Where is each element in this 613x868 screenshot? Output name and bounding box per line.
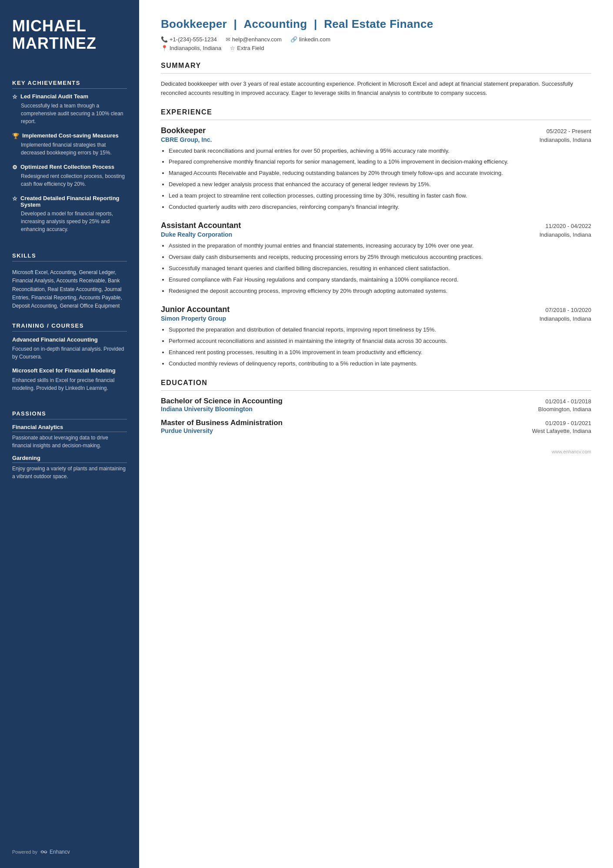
exp-bullet: Led a team project to streamline rent co… bbox=[169, 191, 591, 201]
experience-item-1: Bookkeeper 05/2022 - Present CBRE Group,… bbox=[161, 126, 591, 212]
exp-dates: 11/2020 - 04/2022 bbox=[545, 223, 591, 229]
achievement-desc: Redesigned rent collection process, boos… bbox=[12, 172, 127, 188]
exp-subheader: Duke Realty Corporation Indianapolis, In… bbox=[161, 231, 591, 238]
achievement-title: ☆ Led Financial Audit Team bbox=[12, 93, 127, 100]
education-item-2: Master of Business Administration 01/201… bbox=[161, 419, 591, 434]
achievements-section-title: KEY ACHIEVEMENTS bbox=[12, 80, 127, 89]
achievement-title: ⚙ Optimized Rent Collection Process bbox=[12, 164, 127, 171]
achievement-desc: Successfully led a team through a compre… bbox=[12, 102, 127, 125]
passion-title: Financial Analytics bbox=[12, 424, 127, 432]
powered-by-label: Powered by bbox=[12, 849, 37, 855]
exp-company: Duke Realty Corporation bbox=[161, 231, 232, 238]
email-contact: ✉ help@enhancv.com bbox=[226, 36, 282, 43]
achievement-item: ⚙ Optimized Rent Collection Process Rede… bbox=[12, 164, 127, 188]
exp-bullet: Executed bank reconciliations and journa… bbox=[169, 147, 591, 156]
achievement-item: ☆ Led Financial Audit Team Successfully … bbox=[12, 93, 127, 125]
email-text: help@enhancv.com bbox=[232, 36, 282, 43]
summary-title: SUMMARY bbox=[161, 62, 591, 70]
separator: | bbox=[233, 17, 240, 30]
enhancv-logo: Enhancv bbox=[40, 849, 70, 855]
exp-header: Bookkeeper 05/2022 - Present bbox=[161, 126, 591, 135]
passion-item: Financial Analytics Passionate about lev… bbox=[12, 424, 127, 449]
location-text: Indianapolis, Indiana bbox=[170, 45, 221, 51]
edu-header: Master of Business Administration 01/201… bbox=[161, 419, 591, 427]
experience-divider bbox=[161, 120, 591, 120]
exp-bullet: Supported the preparation and distributi… bbox=[169, 325, 591, 335]
job-title-1: Bookkeeper bbox=[161, 17, 227, 30]
exp-header: Junior Accountant 07/2018 - 10/2020 bbox=[161, 305, 591, 314]
edu-dates: 01/2014 - 01/2018 bbox=[545, 398, 591, 405]
training-title: Microsoft Excel for Financial Modeling bbox=[12, 367, 127, 375]
edu-header: Bachelor of Science in Accounting 01/201… bbox=[161, 397, 591, 406]
main-content: Bookkeeper | Accounting | Real Estate Fi… bbox=[139, 0, 613, 868]
training-item: Microsoft Excel for Financial Modeling E… bbox=[12, 367, 127, 392]
edu-subheader: Purdue University West Lafayette, Indian… bbox=[161, 427, 591, 434]
exp-bullet: Oversaw daily cash disbursements and rec… bbox=[169, 253, 591, 262]
exp-location: Indianapolis, Indiana bbox=[540, 137, 591, 143]
passion-title: Gardening bbox=[12, 455, 127, 463]
exp-header: Assistant Accountant 11/2020 - 04/2022 bbox=[161, 221, 591, 230]
location-contact: 📍 Indianapolis, Indiana bbox=[161, 45, 221, 51]
exp-bullet: Performed account reconciliations and as… bbox=[169, 337, 591, 346]
sidebar-footer: Powered by Enhancv bbox=[12, 836, 127, 855]
star-icon: ☆ bbox=[12, 94, 17, 100]
trophy-icon: 🏆 bbox=[12, 133, 19, 139]
edu-location: Bloomington, Indiana bbox=[538, 406, 591, 412]
exp-title: Junior Accountant bbox=[161, 305, 230, 314]
edu-degree: Master of Business Administration bbox=[161, 419, 283, 427]
edu-degree: Bachelor of Science in Accounting bbox=[161, 397, 283, 406]
job-title-2: Accounting bbox=[243, 17, 307, 30]
experience-title: EXPERIENCE bbox=[161, 108, 591, 116]
exp-bullets: Assisted in the preparation of monthly j… bbox=[161, 241, 591, 295]
passion-item: Gardening Enjoy growing a variety of pla… bbox=[12, 455, 127, 480]
exp-bullet: Prepared comprehensive monthly financial… bbox=[169, 158, 591, 167]
exp-location: Indianapolis, Indiana bbox=[540, 315, 591, 322]
exp-bullet: Assisted in the preparation of monthly j… bbox=[169, 241, 591, 251]
exp-bullet: Enhanced rent posting processes, resulti… bbox=[169, 348, 591, 357]
experience-item-2: Assistant Accountant 11/2020 - 04/2022 D… bbox=[161, 221, 591, 295]
achievement-title: 🏆 Implemented Cost-saving Measures bbox=[12, 132, 127, 139]
job-title-3: Real Estate Finance bbox=[324, 17, 433, 30]
exp-dates: 07/2018 - 10/2020 bbox=[545, 307, 591, 313]
training-title: Advanced Financial Accounting bbox=[12, 336, 127, 344]
exp-bullet: Conducted monthly reviews of delinquency… bbox=[169, 359, 591, 369]
extra-contact: ☆ Extra Field bbox=[230, 45, 264, 51]
website-url: www.enhancv.com bbox=[552, 449, 591, 454]
exp-company: CBRE Group, Inc. bbox=[161, 136, 212, 143]
location-icon: 📍 bbox=[161, 45, 168, 51]
exp-bullet: Successfully managed tenant queries and … bbox=[169, 264, 591, 273]
edu-dates: 01/2019 - 01/2021 bbox=[545, 420, 591, 426]
contact-row-1: 📞 +1-(234)-555-1234 ✉ help@enhancv.com 🔗… bbox=[161, 36, 591, 43]
training-section-title: TRAINING / COURSES bbox=[12, 322, 127, 332]
education-title: EDUCATION bbox=[161, 379, 591, 387]
exp-dates: 05/2022 - Present bbox=[546, 128, 591, 134]
exp-bullet: Redesigned the deposit accounting proces… bbox=[169, 287, 591, 296]
passions-section-title: PASSIONS bbox=[12, 410, 127, 419]
achievement-desc: Developed a model for financial reports,… bbox=[12, 210, 127, 233]
linkedin-contact: 🔗 linkedin.com bbox=[290, 36, 330, 43]
exp-title: Assistant Accountant bbox=[161, 221, 241, 230]
linkedin-text: linkedin.com bbox=[299, 36, 330, 43]
sidebar: MICHAEL MARTINEZ KEY ACHIEVEMENTS ☆ Led … bbox=[0, 0, 139, 868]
summary-text: Dedicated bookkeeper with over 3 years o… bbox=[161, 80, 591, 98]
exp-bullet: Managed Accounts Receivable and Payable,… bbox=[169, 169, 591, 178]
main-footer: www.enhancv.com bbox=[161, 440, 591, 454]
main-header: Bookkeeper | Accounting | Real Estate Fi… bbox=[161, 17, 591, 51]
training-list: Advanced Financial Accounting Focused on… bbox=[12, 336, 127, 398]
exp-bullet: Ensured compliance with Fair Housing reg… bbox=[169, 275, 591, 285]
edu-school: Indiana University Bloomington bbox=[161, 406, 253, 412]
contact-row-2: 📍 Indianapolis, Indiana ☆ Extra Field bbox=[161, 45, 591, 51]
education-item-1: Bachelor of Science in Accounting 01/201… bbox=[161, 397, 591, 412]
edu-subheader: Indiana University Bloomington Bloomingt… bbox=[161, 406, 591, 412]
edu-school: Purdue University bbox=[161, 427, 213, 434]
email-icon: ✉ bbox=[226, 36, 230, 43]
exp-company: Simon Property Group bbox=[161, 315, 226, 322]
extra-text: Extra Field bbox=[237, 45, 264, 51]
achievement-item: ☆ Created Detailed Financial Reporting S… bbox=[12, 195, 127, 233]
skills-section-title: SKILLS bbox=[12, 252, 127, 261]
exp-bullets: Supported the preparation and distributi… bbox=[161, 325, 591, 368]
star-contact-icon: ☆ bbox=[230, 45, 235, 51]
phone-text: +1-(234)-555-1234 bbox=[170, 36, 217, 43]
exp-location: Indianapolis, Indiana bbox=[540, 231, 591, 238]
phone-contact: 📞 +1-(234)-555-1234 bbox=[161, 36, 217, 43]
